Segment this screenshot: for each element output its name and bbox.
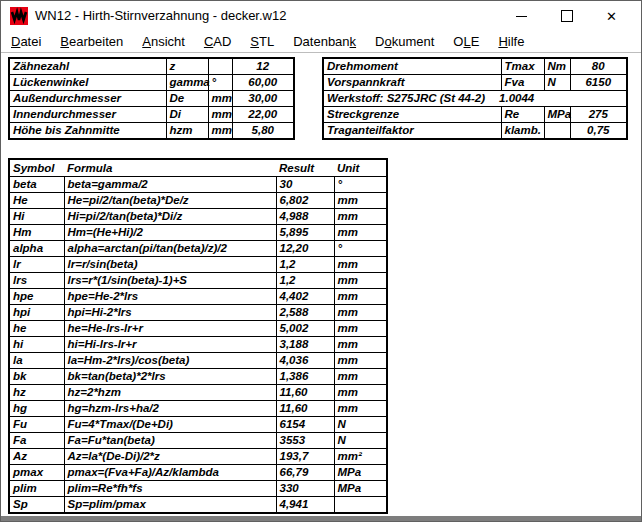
calc-header-row: Symbol Formula Result Unit — [9, 159, 387, 177]
calc-result: 11,60 — [276, 401, 334, 417]
calc-formula: lrs=r*(1/sin(beta)-1)+S — [64, 273, 276, 289]
calc-symbol: bk — [9, 369, 64, 385]
calc-unit: N — [334, 417, 387, 433]
calc-formula: beta=gamma/2 — [64, 177, 276, 193]
calc-row: plim plim=Re*fh*fs 330 MPa — [9, 481, 387, 497]
calc-formula: Hm=(He+Hi)/2 — [64, 225, 276, 241]
menu-datei[interactable]: Datei — [11, 34, 41, 49]
maximize-button[interactable] — [544, 1, 589, 31]
calc-row: He He=pi/2/tan(beta)*De/z 6,802 mm — [9, 193, 387, 209]
calc-result: 4,402 — [276, 289, 334, 305]
load-unit: MPa — [544, 107, 570, 123]
input-row: Zähnezahl z 12 — [9, 58, 294, 75]
input-label: Lückenwinkel — [9, 75, 166, 91]
calc-result: 66,79 — [276, 465, 334, 481]
calc-result: 11,60 — [276, 385, 334, 401]
calc-formula: pmax=(Fva+Fa)/Az/klambda — [64, 465, 276, 481]
menu-hilfe[interactable]: Hilfe — [498, 34, 524, 49]
load-value: 6150 — [570, 75, 627, 91]
calc-row: Fa Fa=Fu*tan(beta) 3553 N — [9, 433, 387, 449]
calc-formula: Hi=pi/2/tan(beta)*Di/z — [64, 209, 276, 225]
material-cell: Werkstoff: S275JRC (St 44-2)1.0044 — [323, 91, 627, 107]
window-title: WN12 - Hirth-Stirnverzahnung - decker.w1… — [35, 1, 286, 31]
menu-stl[interactable]: STL — [250, 34, 274, 49]
calc-row: pmax pmax=(Fva+Fa)/Az/klambda 66,79 MPa — [9, 465, 387, 481]
calc-row: la la=Hm-2*lrs)/cos(beta) 4,036 mm — [9, 353, 387, 369]
input-value: 5,80 — [232, 123, 294, 140]
maximize-icon — [561, 10, 573, 22]
calc-unit: mm — [334, 401, 387, 417]
load-symbol: Re — [501, 107, 544, 123]
calc-unit: ° — [334, 241, 387, 257]
load-value: 0,75 — [570, 123, 627, 140]
calc-result: 4,036 — [276, 353, 334, 369]
header-formula: Formula — [64, 159, 276, 177]
calc-symbol: hpe — [9, 289, 64, 305]
input-row: Innendurchmesser Di mm 22,00 — [9, 107, 294, 123]
minimize-button[interactable] — [499, 1, 544, 31]
calc-formula: Fu=4*Tmax/(De+Di) — [64, 417, 276, 433]
menu-cad[interactable]: CAD — [204, 34, 231, 49]
calc-row: lr lr=r/sin(beta) 1,2 mm — [9, 257, 387, 273]
calc-unit: ° — [334, 177, 387, 193]
input-row: Außendurchmesser De mm 30,00 — [9, 91, 294, 107]
input-unit — [208, 58, 232, 75]
header-unit: Unit — [334, 159, 387, 177]
calc-unit: mm — [334, 305, 387, 321]
calc-formula: hz=2*hzm — [64, 385, 276, 401]
calc-formula: bk=tan(beta)*2*lrs — [64, 369, 276, 385]
title-bar[interactable]: WN12 - Hirth-Stirnverzahnung - decker.w1… — [1, 1, 641, 31]
app-icon — [10, 7, 28, 25]
input-symbol: Di — [166, 107, 208, 123]
input-symbol: z — [166, 58, 208, 75]
menu-dokument[interactable]: Dokument — [375, 34, 434, 49]
calc-symbol: lr — [9, 257, 64, 273]
material-label: Werkstoff: S275JRC (St 44-2) — [327, 92, 485, 104]
menu-ole[interactable]: OLE — [453, 34, 479, 49]
input-unit: mm — [208, 107, 232, 123]
calc-unit: mm — [334, 225, 387, 241]
load-symbol: Tmax — [501, 58, 544, 75]
calc-formula: hpe=He-2*lrs — [64, 289, 276, 305]
load-label: Traganteilfaktor — [323, 123, 501, 140]
calc-row: Hm Hm=(He+Hi)/2 5,895 mm — [9, 225, 387, 241]
calc-row: hz hz=2*hzm 11,60 mm — [9, 385, 387, 401]
calc-row: lrs lrs=r*(1/sin(beta)-1)+S 1,2 mm — [9, 273, 387, 289]
calc-result: 4,988 — [276, 209, 334, 225]
calc-unit: mm — [334, 353, 387, 369]
load-row: Drehmoment Tmax Nm 80 — [323, 58, 627, 75]
load-symbol: klamb. — [501, 123, 544, 140]
menu-ansicht[interactable]: Ansicht — [142, 34, 185, 49]
calc-unit: mm — [334, 369, 387, 385]
calc-result: 5,002 — [276, 321, 334, 337]
calc-formula: lr=r/sin(beta) — [64, 257, 276, 273]
calc-row: bk bk=tan(beta)*2*lrs 1,386 mm — [9, 369, 387, 385]
calc-symbol: hg — [9, 401, 64, 417]
load-value: 80 — [570, 58, 627, 75]
menu-bar: Datei Bearbeiten Ansicht CAD STL Datenba… — [1, 31, 641, 53]
calc-result: 30 — [276, 177, 334, 193]
load-unit: N — [544, 75, 570, 91]
load-unit: Nm — [544, 58, 570, 75]
calc-symbol: he — [9, 321, 64, 337]
calc-row: he he=He-lrs-lr+r 5,002 mm — [9, 321, 387, 337]
minimize-icon — [516, 16, 527, 17]
window-controls: ✕ — [499, 1, 634, 31]
material-row: Werkstoff: S275JRC (St 44-2)1.0044 — [323, 91, 627, 107]
input-label: Zähnezahl — [9, 58, 166, 75]
input-unit: mm — [208, 123, 232, 140]
calc-result: 2,588 — [276, 305, 334, 321]
calc-symbol: Fu — [9, 417, 64, 433]
calc-row: hpe hpe=He-2*lrs 4,402 mm — [9, 289, 387, 305]
input-symbol: gamma — [166, 75, 208, 91]
close-button[interactable]: ✕ — [589, 1, 634, 31]
input-value: 60,00 — [232, 75, 294, 91]
calc-formula: He=pi/2/tan(beta)*De/z — [64, 193, 276, 209]
calc-formula: Az=la*(De-Di)/2*z — [64, 449, 276, 465]
calc-unit: mm — [334, 321, 387, 337]
menu-bearbeiten[interactable]: Bearbeiten — [60, 34, 123, 49]
input-parameters-table: Zähnezahl z 12 Lückenwinkel gamma ° 60,0… — [8, 57, 295, 140]
calc-unit — [334, 497, 387, 514]
menu-datenbank[interactable]: Datenbank — [293, 34, 356, 49]
calc-symbol: Hm — [9, 225, 64, 241]
